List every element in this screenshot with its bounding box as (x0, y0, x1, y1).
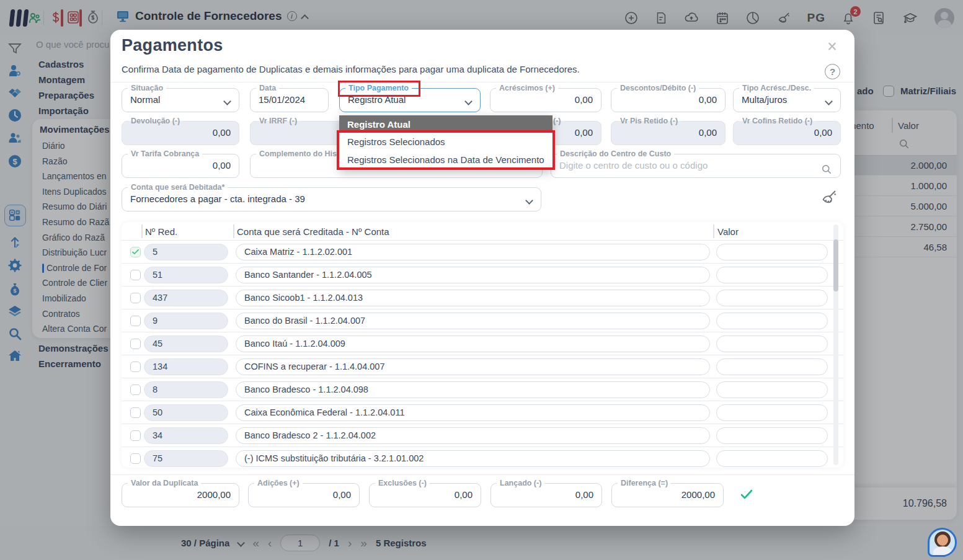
tipo-acresc-select[interactable]: Tipo Acrésc./Desc. Multa/juros (733, 84, 841, 112)
row-num-input[interactable]: 134 (144, 358, 228, 375)
row-checkbox[interactable] (130, 293, 141, 303)
devolucao-label: Devolução (-) (128, 117, 183, 125)
lancado-value: 0,00 (491, 487, 601, 500)
row-account-input[interactable]: Banco do Brasil - 1.1.2.04.007 (236, 313, 710, 329)
scrollbar-thumb[interactable] (833, 239, 838, 291)
row-account-input[interactable]: COFINS a recuperar - 1.1.4.04.007 (236, 358, 710, 375)
row-checkbox[interactable] (130, 384, 141, 395)
help-icon[interactable]: ? (825, 64, 840, 79)
row-valor-input[interactable] (716, 450, 828, 467)
row-num-input[interactable]: 8 (144, 381, 228, 398)
row-valor-input[interactable] (716, 244, 828, 260)
annotation-rect-tipo-pagamento (338, 81, 420, 97)
conta-debitada-value: Fornecedores a pagar - cta. integrada - … (122, 192, 541, 204)
row-num-input[interactable]: 51 (144, 267, 228, 283)
row-account-input[interactable]: Caixa Matriz - 1.1.2.02.001 (236, 244, 710, 260)
conta-debitada-select[interactable]: Conta que será Debitada* Fornecedores a … (122, 184, 541, 211)
row-num-input[interactable]: 9 (144, 313, 228, 329)
devolucao-field: Devolução (-) 0,00 (122, 117, 239, 145)
acrescimos-label: Acréscimos (+) (496, 84, 558, 92)
diferenca-field: Diferença (=) 2000,00 (611, 479, 724, 507)
row-valor-input[interactable] (716, 358, 828, 375)
row-valor-input[interactable] (716, 427, 828, 444)
row-num-input[interactable]: 437 (144, 290, 228, 306)
centro-custo-input[interactable] (551, 158, 811, 171)
centro-custo-search-icon[interactable] (820, 163, 833, 176)
col-valor: Valor (717, 226, 739, 237)
row-valor-input[interactable] (716, 336, 828, 352)
table-row: 50Caixa Econômica Federal - 1.1.2.04.011 (122, 401, 843, 424)
row-checkbox[interactable] (130, 339, 141, 349)
table-scrollbar[interactable] (833, 224, 838, 465)
row-checkbox[interactable] (130, 247, 141, 257)
table-row: 9Banco do Brasil - 1.1.2.04.007 (122, 309, 843, 332)
row-checkbox[interactable] (130, 316, 141, 326)
col-num-red: Nº Red. (145, 226, 177, 237)
lancado-field: Lançado (-) 0,00 (490, 479, 602, 507)
complemento-label: Complemento do His (256, 150, 340, 158)
descontos-field[interactable]: Descontos/Débito (-) 0,00 (611, 84, 726, 112)
row-checkbox[interactable] (130, 407, 141, 418)
row-valor-input[interactable] (716, 404, 828, 421)
row-num-input[interactable]: 34 (144, 427, 228, 444)
row-checkbox[interactable] (130, 362, 141, 372)
acrescimos-field[interactable]: Acréscimos (+) 0,00 (490, 84, 601, 112)
annotation-rect-options (337, 130, 555, 170)
data-value: 15/01/2024 (251, 92, 328, 105)
valor-duplicata-label: Valor da Duplicata (128, 479, 201, 487)
row-valor-input[interactable] (716, 381, 828, 398)
row-account-input[interactable]: Banco Santander - 1.1.2.04.005 (236, 267, 710, 283)
table-row: 34Banco Bradesco 2 - 1.1.2.04.002 (122, 424, 843, 447)
data-field[interactable]: Data 15/01/2024 (250, 84, 329, 112)
vr-cofins-field: Vr Cofins Retido (-) 0,00 (733, 117, 841, 145)
table-row: 51Banco Santander - 1.1.2.04.005 (122, 264, 843, 287)
clear-broom-icon[interactable] (820, 188, 838, 207)
adicoes-field: Adições (+) 0,00 (248, 479, 360, 507)
descontos-value: 0,00 (611, 92, 725, 105)
row-account-input[interactable]: Banco Bradesco - 1.1.2.04.098 (236, 381, 710, 398)
situacao-value: Normal (122, 92, 239, 105)
vr-tarifa-field[interactable]: Vr Tarifa Cobrança 0,00 (122, 150, 239, 178)
col-account: Conta que será Creditada - Nº Conta (237, 226, 389, 237)
exclusoes-label: Exclusões (-) (375, 479, 430, 487)
close-icon[interactable]: × (827, 38, 837, 55)
table-row: 5Caixa Matriz - 1.1.2.02.001 (122, 241, 843, 264)
diferenca-label: Diferença (=) (618, 479, 671, 487)
row-num-input[interactable]: 50 (144, 404, 228, 421)
row-account-input[interactable]: (-) ICMS substituição tributária - 3.2.1… (236, 450, 710, 467)
vr-irrf-label: Vr IRRF (-) (256, 117, 300, 125)
row-account-input[interactable]: Caixa Econômica Federal - 1.1.2.04.011 (236, 404, 710, 421)
modal-title: Pagamentos (122, 36, 223, 55)
table-row: 134COFINS a recuperar - 1.1.4.04.007 (122, 355, 843, 378)
row-account-input[interactable]: Banco Bradesco 2 - 1.1.2.04.002 (236, 427, 710, 444)
situacao-select[interactable]: Situação Normal (122, 84, 239, 112)
vr-pis-value: 0,00 (611, 125, 725, 138)
divider (110, 474, 854, 475)
support-chat-avatar[interactable] (928, 528, 957, 557)
row-checkbox[interactable] (130, 430, 141, 441)
vr-cofins-label: Vr Cofins Retido (-) (739, 117, 815, 125)
row-checkbox[interactable] (130, 270, 141, 280)
row-checkbox[interactable] (130, 453, 141, 464)
row-num-input[interactable]: 45 (144, 336, 228, 352)
descontos-label: Descontos/Débito (-) (617, 84, 699, 92)
table-row: 437Banco Sicoob1 - 1.1.2.04.013 (122, 287, 843, 309)
devolucao-value: 0,00 (122, 125, 239, 138)
table-row: 45Banco Itaú - 1.1.2.04.009 (122, 332, 843, 355)
diferenca-value: 2000,00 (612, 487, 723, 500)
divider (110, 82, 854, 82)
conta-debitada-label: Conta que será Debitada* (128, 184, 228, 192)
row-valor-input[interactable] (716, 290, 828, 306)
vr-pis-label: Vr Pis Retido (-) (617, 117, 681, 125)
row-valor-input[interactable] (716, 313, 828, 329)
row-account-input[interactable]: Banco Itaú - 1.1.2.04.009 (236, 336, 710, 352)
row-account-input[interactable]: Banco Sicoob1 - 1.1.2.04.013 (236, 290, 710, 306)
exclusoes-field: Exclusões (-) 0,00 (369, 479, 481, 507)
situacao-label: Situação (128, 84, 166, 92)
centro-custo-label: Descrição do Centro de Custo (557, 150, 674, 158)
centro-custo-field[interactable]: Descrição do Centro de Custo (551, 150, 841, 178)
vr-tarifa-value: 0,00 (122, 158, 239, 171)
row-num-input[interactable]: 75 (144, 450, 228, 467)
row-valor-input[interactable] (716, 267, 828, 283)
row-num-input[interactable]: 5 (144, 244, 228, 260)
